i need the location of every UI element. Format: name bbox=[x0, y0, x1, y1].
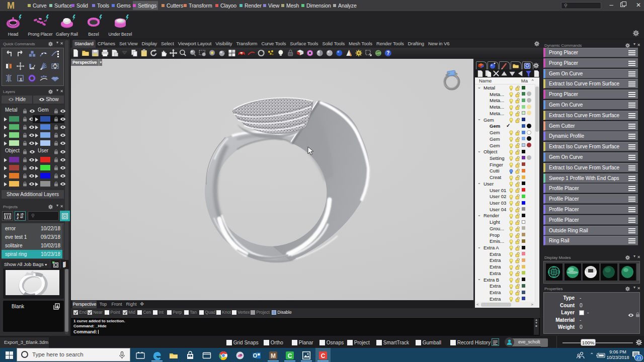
svg-text:M: M bbox=[271, 352, 276, 359]
svg-text:Z: Z bbox=[17, 216, 19, 220]
svg-text:C: C bbox=[288, 352, 292, 359]
svg-text:A: A bbox=[17, 213, 19, 216]
svg-text:?: ? bbox=[386, 50, 389, 56]
svg-text:C: C bbox=[321, 352, 326, 359]
